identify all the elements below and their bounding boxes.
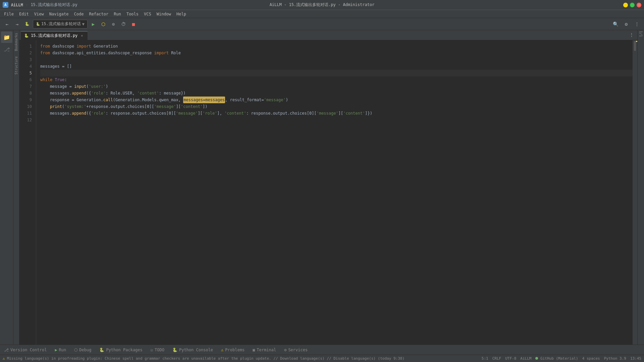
menu-file[interactable]: File — [1, 11, 16, 17]
menu-bar: File Edit View Navigate Code Refactor Ru… — [0, 10, 644, 18]
token: ) — [286, 97, 288, 103]
toolbar-back-button[interactable]: ← — [3, 20, 11, 28]
profile-button[interactable]: ⏱ — [119, 20, 128, 28]
menu-edit[interactable]: Edit — [16, 11, 32, 17]
structure-tab[interactable]: Structure — [14, 54, 19, 77]
vcs-label: GitHub (Material) — [540, 356, 578, 361]
token: 'message' — [154, 103, 176, 110]
status-theme[interactable]: AiLLM — [520, 356, 531, 361]
more-toolbar-button[interactable]: ⋮ — [633, 20, 641, 28]
scroll-thumb[interactable] — [634, 41, 636, 51]
close-button[interactable]: × — [637, 3, 641, 7]
token: : Role.USER, — [106, 90, 137, 97]
window-title: AiLLM - 15.流式输出多轮对话.py - Administrator — [270, 2, 375, 8]
menu-window[interactable]: Window — [154, 11, 174, 17]
settings-toolbar-button[interactable]: ⚙ — [622, 20, 631, 28]
token — [40, 103, 50, 110]
token: ], — [217, 110, 224, 117]
stop-button[interactable]: ■ — [129, 20, 138, 28]
bottom-tab-python-console[interactable]: 🐍 Python Console — [171, 347, 214, 353]
maximize-button[interactable]: □ — [630, 3, 635, 7]
token: 'system:' — [64, 103, 86, 110]
toolbar-right: 🔍 ⚙ ⋮ — [611, 20, 641, 28]
debug-button[interactable]: ⬡ — [99, 20, 108, 28]
status-line-ending[interactable]: CRLF — [492, 356, 501, 361]
status-indent[interactable]: 4 spaces — [582, 356, 600, 361]
code-line-11: messages.append({'role': response.output… — [40, 110, 633, 117]
status-vcs[interactable]: GitHub (Material) — [535, 356, 578, 361]
run-config-selector[interactable]: 🐍 15.流式输出多轮对话 ▼ — [33, 20, 88, 28]
code-line-8: messages.append({'role': Role.USER, 'con… — [40, 90, 633, 97]
code-line-1: from dashscope import Generation — [40, 43, 633, 50]
python-packages-label: Python Packages — [106, 348, 142, 352]
status-encoding[interactable]: UTF-8 — [505, 356, 516, 361]
token: : response.output.choices[0][ — [246, 110, 317, 117]
menu-vcs[interactable]: VCS — [141, 11, 154, 17]
minimize-button[interactable]: − — [623, 3, 628, 7]
run-button[interactable]: ▶ — [89, 20, 98, 28]
menu-code[interactable]: Code — [71, 11, 87, 17]
token-highlight: messages=messages — [183, 97, 225, 103]
bottom-tab-debug[interactable]: ⬡ Debug — [73, 347, 93, 353]
todo-icon: ☑ — [151, 348, 153, 352]
bottom-tab-run[interactable]: ▶ Run — [53, 347, 67, 353]
menu-refactor[interactable]: Refactor — [86, 11, 111, 17]
token: 'role' — [91, 110, 106, 117]
token: Role — [171, 50, 181, 56]
sidebar-project-icon[interactable]: 📁 — [1, 32, 12, 43]
status-lang[interactable]: Python 3.9 — [604, 356, 626, 361]
toolbar-forward-button[interactable]: → — [13, 20, 21, 28]
tab-more-button[interactable]: ⋮ — [627, 31, 636, 39]
token: Generation — [94, 43, 118, 50]
bottom-tab-problems[interactable]: ⚠ Problems — [220, 347, 246, 353]
token: 'message' — [264, 97, 286, 103]
menu-run[interactable]: Run — [111, 11, 124, 17]
token: 'message' — [317, 110, 338, 117]
coverage-button[interactable]: ⊙ — [109, 20, 118, 28]
editor-tab-0[interactable]: 🐍 15.流式输出多轮对话.py × — [21, 31, 88, 40]
token: ][ — [338, 110, 343, 117]
scroll-gutter[interactable] — [633, 40, 637, 345]
title-bar-left: A AiLLM › 15.流式输出多轮对话.py — [3, 2, 77, 8]
bottom-tab-todo[interactable]: ☑ TODO — [149, 347, 166, 353]
tab-label-0: 15.流式输出多轮对话.py — [31, 33, 77, 39]
bookmarks-tab[interactable]: Bookmarks — [14, 30, 19, 54]
token: messages. — [40, 110, 72, 117]
version-control-label: Version Control — [10, 348, 47, 352]
tab-bar-right: ⋮ — [627, 31, 636, 40]
toolbar-recent-files-button[interactable]: 🐍 — [23, 20, 32, 28]
line-num-6: 6 — [21, 76, 35, 83]
token: 'content' — [343, 110, 365, 117]
token: ({ — [86, 90, 91, 97]
menu-tools[interactable]: Tools — [124, 11, 141, 17]
tab-close-0[interactable]: × — [79, 34, 84, 38]
code-content[interactable]: from dashscope import Generation from da… — [36, 40, 633, 345]
app-name: AiLLM — [11, 3, 23, 7]
menu-help[interactable]: Help — [174, 11, 189, 17]
status-position[interactable]: 5:1 — [482, 356, 488, 361]
token: append — [72, 110, 86, 117]
scroll-indicator: 1/1 — [638, 30, 643, 38]
token: ][ — [198, 110, 203, 117]
bottom-tab-version-control[interactable]: ⎇ Version Control — [3, 347, 48, 353]
window-controls: − □ × — [623, 3, 641, 7]
sidebar-commit-icon[interactable]: ⎇ — [1, 44, 12, 55]
token: dashscope.api_entities.dashscope_respons… — [52, 50, 154, 56]
py-icon: 🐍 — [24, 34, 29, 38]
token: : response.output.choices[0][ — [106, 110, 176, 117]
bottom-tab-terminal[interactable]: ▣ Terminal — [251, 347, 277, 353]
code-line-2: from dashscope.api_entities.dashscope_re… — [40, 50, 633, 56]
bottom-tab-services[interactable]: ⚙ Services — [283, 347, 309, 353]
status-warning-icon[interactable]: ⚠ — [3, 356, 5, 361]
main-area: 📁 ⎇ Bookmarks Structure 🐍 15.流式输出多轮对话.py… — [0, 30, 644, 345]
bottom-panel: ⎇ Version Control ▶ Run ⬡ Debug 🐍 Python… — [0, 345, 644, 355]
bottom-tab-python-packages[interactable]: 🐍 Python Packages — [98, 347, 144, 353]
token: print — [50, 103, 62, 110]
token: ( — [86, 83, 89, 90]
token: append — [72, 90, 86, 97]
token: import — [154, 50, 171, 56]
menu-navigate[interactable]: Navigate — [47, 11, 71, 17]
menu-view[interactable]: View — [32, 11, 47, 17]
token: call — [103, 97, 113, 103]
search-toolbar-button[interactable]: 🔍 — [611, 20, 620, 28]
